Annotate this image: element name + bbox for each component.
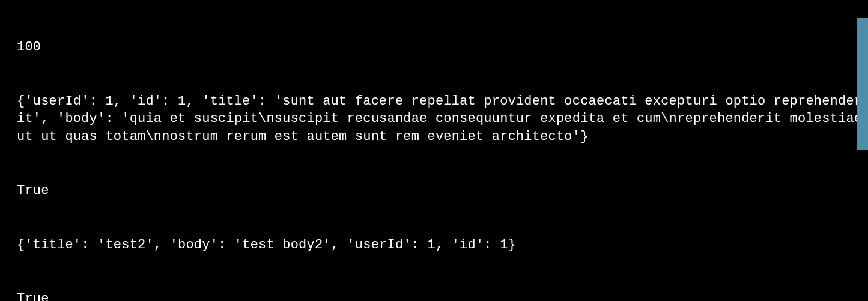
output-line-dict1: {'userId': 1, 'id': 1, 'title': 'sunt au… (17, 93, 868, 147)
output-line-dict2: {'title': 'test2', 'body': 'test body2',… (17, 236, 868, 254)
output-line-count: 100 (17, 38, 868, 56)
scrollbar-thumb[interactable] (857, 18, 868, 150)
terminal-output-area[interactable]: 100 {'userId': 1, 'id': 1, 'title': 'sun… (17, 2, 868, 301)
scrollbar-track[interactable] (857, 0, 868, 301)
output-line-bool2: True (17, 290, 868, 302)
output-line-bool1: True (17, 182, 868, 200)
